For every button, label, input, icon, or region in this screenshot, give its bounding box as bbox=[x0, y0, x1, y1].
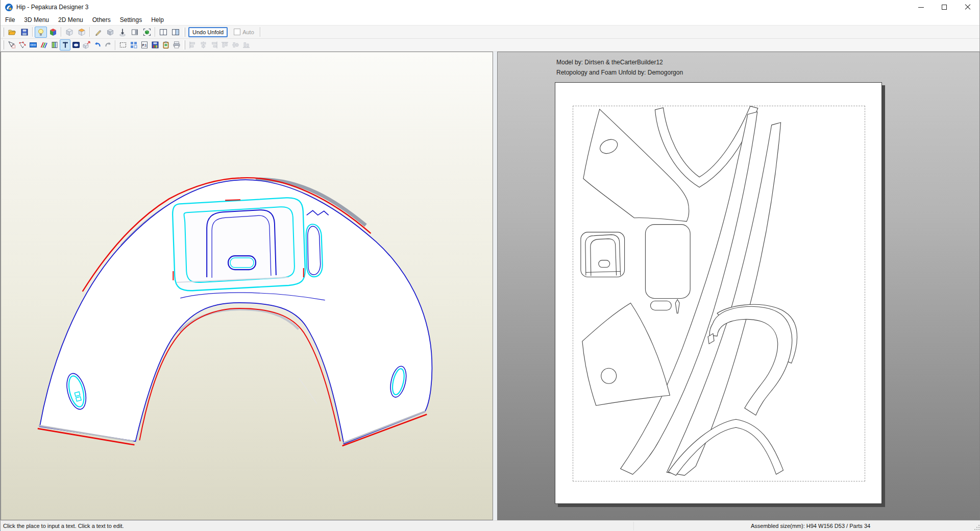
align-center-horizontal-icon bbox=[199, 41, 208, 49]
view-3d-only-button[interactable] bbox=[157, 27, 169, 38]
pin-down-arrow-icon bbox=[118, 28, 127, 36]
align-middle-button[interactable] bbox=[230, 39, 241, 51]
move-part-button[interactable] bbox=[81, 39, 92, 51]
align-top-icon bbox=[220, 41, 229, 49]
redo-view-button[interactable] bbox=[103, 39, 113, 51]
orange-box-icon bbox=[78, 28, 86, 36]
texture-band-button[interactable] bbox=[28, 39, 38, 51]
copy-to-clipboard-button[interactable] bbox=[160, 39, 171, 51]
main-area: Model by: Dirtsen & theCarterBuilder12 R… bbox=[1, 52, 980, 520]
maximize-button[interactable] bbox=[933, 0, 956, 14]
menu-file[interactable]: File bbox=[1, 15, 19, 25]
align-left-button[interactable] bbox=[187, 39, 198, 51]
viewport-3d[interactable] bbox=[1, 52, 493, 520]
svg-text:P.1: P.1 bbox=[142, 43, 146, 47]
pin-vertex-button[interactable] bbox=[116, 27, 129, 38]
pattern-page[interactable] bbox=[555, 82, 882, 504]
arrange-parts-button[interactable] bbox=[128, 39, 139, 51]
box-b-button[interactable] bbox=[76, 27, 88, 38]
align-bottom-button[interactable] bbox=[241, 39, 252, 51]
close-icon bbox=[965, 4, 971, 10]
align-center-horizontal-button[interactable] bbox=[198, 39, 209, 51]
save-file-button[interactable] bbox=[18, 27, 31, 38]
color-lines-button[interactable] bbox=[38, 39, 49, 51]
window-title: Hip - Pepakura Designer 3 bbox=[16, 4, 88, 11]
select-cursor-button[interactable] bbox=[6, 39, 17, 51]
toolbar-grip[interactable] bbox=[2, 28, 4, 37]
status-bar: Click the place to input a text. Click a… bbox=[1, 520, 980, 531]
light-toggle-button[interactable] bbox=[35, 27, 47, 38]
arrange-squares-icon bbox=[130, 41, 138, 49]
menu-help[interactable]: Help bbox=[146, 15, 168, 25]
save-image-icon bbox=[151, 41, 159, 49]
edge-nodes-icon bbox=[18, 41, 27, 49]
pattern-piece bbox=[667, 123, 780, 475]
separator bbox=[155, 27, 156, 37]
select-solid-button[interactable] bbox=[141, 27, 153, 38]
marquee-select-button[interactable] bbox=[117, 39, 128, 51]
texture-cube-button[interactable] bbox=[47, 27, 59, 38]
floppy-disk-icon bbox=[20, 28, 29, 36]
resize-grip[interactable] bbox=[973, 523, 979, 530]
align-bottom-icon bbox=[242, 41, 251, 49]
menu-settings[interactable]: Settings bbox=[115, 15, 146, 25]
toolbar-grip[interactable] bbox=[183, 40, 185, 50]
open-file-button[interactable] bbox=[6, 27, 18, 38]
print-button[interactable] bbox=[171, 39, 182, 51]
pattern-piece bbox=[599, 260, 610, 268]
material-swatch-icon bbox=[51, 41, 59, 49]
pencil-edit-button[interactable] bbox=[92, 27, 104, 38]
menu-2d[interactable]: 2D Menu bbox=[54, 15, 88, 25]
status-divider bbox=[633, 522, 634, 530]
folder-open-icon bbox=[8, 28, 16, 36]
view-2d-only-button[interactable] bbox=[169, 27, 182, 38]
toolbar-grip[interactable] bbox=[2, 40, 4, 50]
solid-box-icon bbox=[106, 28, 114, 36]
align-right-button[interactable] bbox=[209, 39, 219, 51]
menu-others[interactable]: Others bbox=[88, 15, 115, 25]
undo-unfold-button[interactable]: Undo Unfold bbox=[188, 27, 228, 37]
minimize-button[interactable] bbox=[909, 0, 933, 14]
box-a-button[interactable] bbox=[63, 27, 76, 38]
toolbar-grip[interactable] bbox=[183, 28, 185, 37]
close-button[interactable] bbox=[956, 0, 979, 14]
pane-splitter[interactable] bbox=[493, 52, 497, 520]
auto-checkbox[interactable] bbox=[234, 29, 240, 35]
page-number-button[interactable]: P.1 bbox=[139, 39, 150, 51]
export-image-button[interactable] bbox=[150, 39, 160, 51]
status-assembled-size: Assembled size(mm): H94 W156 D53 / Parts… bbox=[751, 523, 870, 529]
color-cube-icon bbox=[49, 28, 57, 36]
undo-unfold-label: Undo Unfold bbox=[192, 29, 224, 35]
unfolded-pattern-pieces bbox=[555, 83, 881, 503]
pattern-piece bbox=[583, 109, 689, 222]
align-middle-icon bbox=[231, 41, 240, 49]
side-panel-button[interactable] bbox=[129, 27, 141, 38]
separator bbox=[115, 40, 116, 50]
solid-box-button[interactable] bbox=[104, 27, 116, 38]
auto-unfold-option: Auto bbox=[234, 29, 258, 35]
image-icon bbox=[72, 41, 80, 49]
annotation-unfold-by[interactable]: Retopology and Foam Unfold by: Demogorgo… bbox=[556, 69, 683, 76]
split-view-left-icon bbox=[159, 28, 167, 36]
zipper-band-icon bbox=[29, 41, 37, 49]
menu-bar: File 3D Menu 2D Menu Others Settings Hel… bbox=[1, 14, 979, 26]
undo-curved-arrow-icon bbox=[93, 41, 102, 49]
contrast-panel-icon bbox=[131, 28, 139, 36]
edge-select-button[interactable] bbox=[17, 39, 28, 51]
separator bbox=[61, 27, 62, 37]
material-panel-button[interactable] bbox=[49, 39, 60, 51]
undo-view-button[interactable] bbox=[92, 39, 103, 51]
align-left-icon bbox=[188, 41, 197, 49]
align-top-button[interactable] bbox=[219, 39, 230, 51]
pencil-icon bbox=[94, 28, 102, 36]
pattern-piece bbox=[582, 303, 670, 405]
pattern-piece bbox=[708, 333, 714, 344]
cursor-select-icon bbox=[8, 41, 16, 49]
page-number-icon: P.1 bbox=[140, 41, 149, 49]
viewport-2d[interactable]: Model by: Dirtsen & theCarterBuilder12 R… bbox=[497, 52, 980, 520]
text-T-icon bbox=[61, 41, 69, 49]
annotation-model-by[interactable]: Model by: Dirtsen & theCarterBuilder12 bbox=[556, 59, 663, 66]
menu-3d[interactable]: 3D Menu bbox=[19, 15, 54, 25]
image-tool-button[interactable] bbox=[70, 39, 81, 51]
text-tool-button[interactable] bbox=[60, 39, 70, 51]
